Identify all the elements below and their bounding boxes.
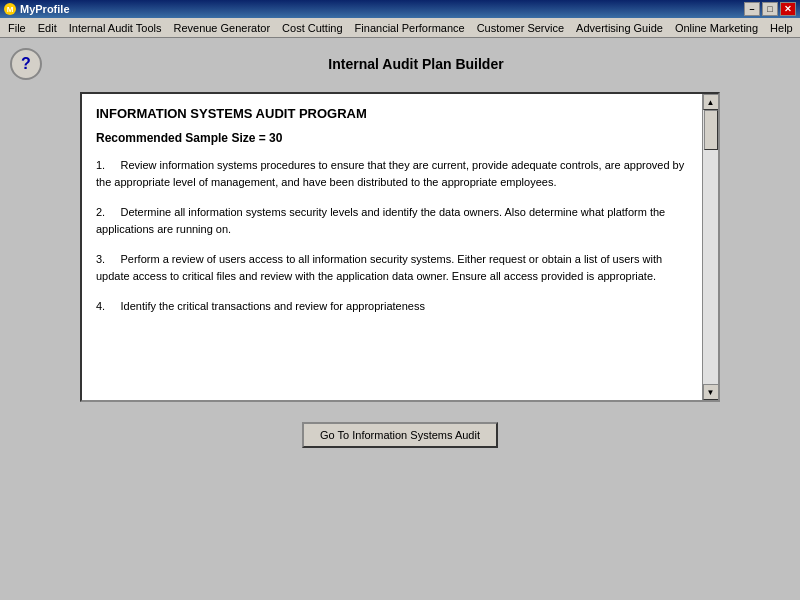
audit-item-2-text: Determine all information systems securi… [96,206,665,235]
menu-online-marketing[interactable]: Online Marketing [669,20,764,36]
audit-item-4-num: 4. [96,300,105,312]
title-bar: M MyProfile – □ ✕ [0,0,800,18]
audit-item-3: 3. Perform a review of users access to a… [96,251,688,284]
audit-item-2-num: 2. [96,206,105,218]
title-bar-label: MyProfile [20,3,70,15]
minimize-button[interactable]: – [744,2,760,16]
menu-file[interactable]: File [2,20,32,36]
help-icon[interactable]: ? [10,48,42,80]
goto-information-systems-audit-button[interactable]: Go To Information Systems Audit [302,422,498,448]
menu-edit[interactable]: Edit [32,20,63,36]
audit-item-1: 1. Review information systems procedures… [96,157,688,190]
title-bar-buttons: – □ ✕ [744,2,796,16]
menu-internal-audit-tools[interactable]: Internal Audit Tools [63,20,168,36]
menu-customer-service[interactable]: Customer Service [471,20,570,36]
content-scroll[interactable]: INFORMATION SYSTEMS AUDIT PROGRAM Recomm… [82,94,702,400]
audit-item-3-text: Perform a review of users access to all … [96,253,662,282]
audit-item-4: 4. Identify the critical transactions an… [96,298,688,315]
audit-item-1-num: 1. [96,159,105,171]
scrollbar: ▲ ▼ [702,94,718,400]
scroll-down-button[interactable]: ▼ [703,384,719,400]
close-button[interactable]: ✕ [780,2,796,16]
audit-item-2: 2. Determine all information systems sec… [96,204,688,237]
maximize-button[interactable]: □ [762,2,778,16]
scroll-up-button[interactable]: ▲ [703,94,719,110]
menu-cost-cutting[interactable]: Cost Cutting [276,20,349,36]
audit-item-1-text: Review information systems procedures to… [96,159,684,188]
content-box: INFORMATION SYSTEMS AUDIT PROGRAM Recomm… [80,92,720,402]
scroll-thumb[interactable] [704,110,718,150]
sample-size: Recommended Sample Size = 30 [96,131,688,145]
menu-financial-performance[interactable]: Financial Performance [349,20,471,36]
menu-bar: File Edit Internal Audit Tools Revenue G… [0,18,800,38]
audit-item-3-num: 3. [96,253,105,265]
page-title: Internal Audit Plan Builder [42,56,790,72]
menu-help[interactable]: Help [764,20,799,36]
app-icon: M [4,3,16,15]
menu-advertising-guide[interactable]: Advertising Guide [570,20,669,36]
button-area: Go To Information Systems Audit [302,422,498,448]
main-content: ? Internal Audit Plan Builder INFORMATIO… [0,38,800,600]
audit-program-title: INFORMATION SYSTEMS AUDIT PROGRAM [96,106,688,121]
scroll-track[interactable] [703,110,718,384]
page-title-bar: ? Internal Audit Plan Builder [10,48,790,80]
menu-revenue-generator[interactable]: Revenue Generator [167,20,276,36]
audit-item-4-text: Identify the critical transactions and r… [120,300,425,312]
